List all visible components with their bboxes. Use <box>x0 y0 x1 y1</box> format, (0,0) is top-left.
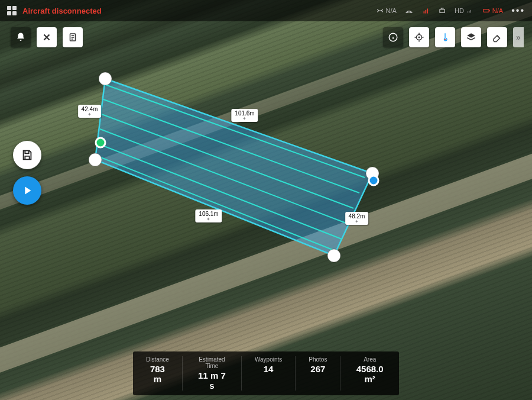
top-status-bar: Aircraft disconnected N/A HD N/A ••• <box>0 0 532 21</box>
rc-signal-icon[interactable] <box>421 7 430 15</box>
edge-length-left[interactable]: 42.4m <box>78 105 102 118</box>
start-mission-button[interactable] <box>13 176 41 205</box>
mode-label: N/A <box>386 7 397 14</box>
stat-photos: Photos 267 <box>296 356 340 391</box>
save-mission-button[interactable] <box>13 141 41 169</box>
stat-value: 4568.0 m² <box>353 364 386 384</box>
stat-label: Estimated Time <box>196 356 228 369</box>
cancel-button[interactable] <box>37 27 57 47</box>
hd-label: HD <box>455 7 464 14</box>
svg-rect-1 <box>425 10 426 14</box>
drone-icon[interactable]: N/A <box>376 7 397 15</box>
locate-button[interactable] <box>409 27 429 47</box>
svg-point-12 <box>419 37 420 38</box>
more-menu-icon[interactable]: ••• <box>511 5 525 16</box>
edge-length-bottom[interactable]: 106.1m <box>195 209 222 222</box>
chevron-right-icon: » <box>516 33 521 42</box>
sensor-button[interactable] <box>435 27 455 47</box>
stat-area: Area 4568.0 m² <box>340 356 399 391</box>
apps-grid-icon[interactable] <box>7 6 17 15</box>
svg-rect-6 <box>470 10 471 13</box>
edge-length-right[interactable]: 48.2m <box>345 212 369 225</box>
gimbal-icon[interactable] <box>438 7 446 15</box>
stat-value: 14 <box>255 364 282 374</box>
right-toolbar: » <box>383 27 524 47</box>
connection-status: Aircraft disconnected <box>22 7 102 15</box>
svg-rect-0 <box>423 11 424 14</box>
missions-list-button[interactable] <box>63 27 83 47</box>
info-button[interactable] <box>383 27 403 47</box>
notifications-button[interactable] <box>11 27 31 47</box>
svg-rect-5 <box>469 11 469 13</box>
stat-label: Distance <box>146 356 169 363</box>
svg-rect-8 <box>489 10 490 11</box>
clear-button[interactable] <box>487 27 507 47</box>
stat-distance: Distance 783 m <box>133 356 183 391</box>
collapse-panel-button[interactable]: » <box>513 27 524 47</box>
edge-length-top[interactable]: 101.6m <box>231 109 258 122</box>
stat-label: Waypoints <box>255 356 282 363</box>
stat-value: 783 m <box>146 364 169 384</box>
left-toolbar <box>11 27 83 47</box>
svg-rect-7 <box>484 9 489 12</box>
svg-point-13 <box>445 39 446 40</box>
svg-rect-2 <box>427 9 428 14</box>
stat-value: 267 <box>309 364 327 374</box>
svg-rect-4 <box>468 11 468 12</box>
stat-label: Area <box>353 356 386 363</box>
hd-signal-icon[interactable]: HD <box>455 7 474 15</box>
satellite-icon[interactable] <box>405 7 413 15</box>
svg-rect-3 <box>440 9 445 13</box>
battery-label: N/A <box>492 7 503 14</box>
stat-time: Estimated Time 11 m 7 s <box>183 356 242 391</box>
stat-label: Photos <box>309 356 327 363</box>
mission-stats-bar: Distance 783 m Estimated Time 11 m 7 s W… <box>133 351 399 395</box>
battery-icon[interactable]: N/A <box>482 7 503 15</box>
stat-waypoints: Waypoints 14 <box>242 356 296 391</box>
stat-value: 11 m 7 s <box>196 370 228 391</box>
layers-button[interactable] <box>461 27 481 47</box>
